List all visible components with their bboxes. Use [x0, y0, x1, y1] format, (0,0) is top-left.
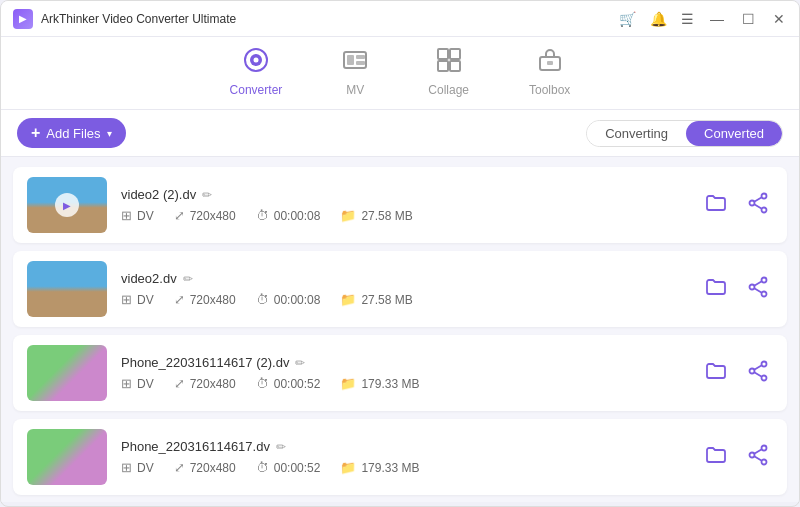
- folder-icon: 📁: [340, 292, 356, 307]
- file-duration: 00:00:08: [274, 209, 321, 223]
- file-name-row: video2.dv ✏: [121, 271, 687, 286]
- file-thumbnail: [27, 261, 107, 317]
- file-actions: [701, 272, 773, 307]
- share-button[interactable]: [743, 440, 773, 475]
- svg-line-17: [754, 204, 762, 209]
- file-meta: ⊞ DV ⤢ 720x480 ⏱ 00:00:08 📁 27.58 MB: [121, 292, 687, 307]
- svg-point-14: [762, 207, 767, 212]
- titlebar-left: ▶ ArkThinker Video Converter Ultimate: [13, 9, 236, 29]
- svg-rect-4: [347, 55, 354, 65]
- play-button[interactable]: ▶: [55, 193, 79, 217]
- folder-icon: 📁: [340, 208, 356, 223]
- open-folder-button[interactable]: [701, 272, 731, 307]
- add-files-label: Add Files: [46, 126, 100, 141]
- tab-toolbox[interactable]: Toolbox: [519, 43, 580, 101]
- svg-point-28: [762, 445, 767, 450]
- file-duration: 00:00:52: [274, 377, 321, 391]
- file-format: DV: [137, 377, 154, 391]
- open-folder-button[interactable]: [701, 188, 731, 223]
- share-button[interactable]: [743, 272, 773, 307]
- duration-meta: ⏱ 00:00:08: [256, 292, 321, 307]
- tab-toolbox-label: Toolbox: [529, 83, 570, 97]
- titlebar: ▶ ArkThinker Video Converter Ultimate 🛒 …: [1, 1, 799, 37]
- edit-icon[interactable]: ✏: [202, 188, 212, 202]
- nav-tabs: Converter MV Collage: [1, 37, 799, 110]
- tab-mv-label: MV: [346, 83, 364, 97]
- cart-icon[interactable]: 🛒: [619, 11, 636, 27]
- open-folder-button[interactable]: [701, 356, 731, 391]
- svg-line-32: [754, 456, 762, 461]
- svg-rect-9: [438, 61, 448, 71]
- file-info: video2.dv ✏ ⊞ DV ⤢ 720x480 ⏱ 00:00:08: [121, 271, 687, 307]
- file-actions: [701, 356, 773, 391]
- svg-point-15: [750, 200, 755, 205]
- collage-icon: [436, 47, 462, 79]
- folder-icon: 📁: [340, 376, 356, 391]
- svg-rect-7: [438, 49, 448, 59]
- svg-rect-5: [356, 55, 365, 59]
- notification-icon[interactable]: 🔔: [650, 11, 667, 27]
- svg-point-24: [762, 375, 767, 380]
- duration-meta: ⏱ 00:00:52: [256, 376, 321, 391]
- file-actions: [701, 188, 773, 223]
- file-info: Phone_220316114617.dv ✏ ⊞ DV ⤢ 720x480 ⏱…: [121, 439, 687, 475]
- resolution-meta: ⤢ 720x480: [174, 460, 236, 475]
- maximize-button[interactable]: ☐: [740, 11, 757, 27]
- file-name: Phone_220316114617.dv: [121, 439, 270, 454]
- tab-mv[interactable]: MV: [332, 43, 378, 101]
- resolution-icon: ⤢: [174, 460, 185, 475]
- folder-icon: 📁: [340, 460, 356, 475]
- resolution-meta: ⤢ 720x480: [174, 292, 236, 307]
- svg-rect-10: [450, 61, 460, 71]
- format-icon: ⊞: [121, 460, 132, 475]
- file-size: 179.33 MB: [361, 461, 419, 475]
- format-icon: ⊞: [121, 376, 132, 391]
- share-button[interactable]: [743, 188, 773, 223]
- svg-point-25: [750, 368, 755, 373]
- file-thumbnail: [27, 345, 107, 401]
- svg-rect-6: [356, 61, 365, 65]
- format-icon: ⊞: [121, 208, 132, 223]
- file-format: DV: [137, 461, 154, 475]
- share-button[interactable]: [743, 356, 773, 391]
- tab-collage[interactable]: Collage: [418, 43, 479, 101]
- edit-icon[interactable]: ✏: [183, 272, 193, 286]
- file-size: 27.58 MB: [361, 293, 412, 307]
- converting-tab[interactable]: Converting: [587, 121, 686, 146]
- svg-rect-12: [547, 61, 553, 65]
- file-resolution: 720x480: [190, 461, 236, 475]
- size-meta: 📁 179.33 MB: [340, 460, 419, 475]
- svg-line-31: [754, 449, 762, 454]
- chevron-down-icon: ▾: [107, 128, 112, 139]
- file-name: video2.dv: [121, 271, 177, 286]
- menu-icon[interactable]: ☰: [681, 11, 694, 27]
- open-folder-button[interactable]: [701, 440, 731, 475]
- file-list: ▶ video2 (2).dv ✏ ⊞ DV ⤢ 720x480: [1, 157, 799, 502]
- file-meta: ⊞ DV ⤢ 720x480 ⏱ 00:00:52 📁 179.33 MB: [121, 376, 687, 391]
- edit-icon[interactable]: ✏: [295, 356, 305, 370]
- add-files-button[interactable]: + Add Files ▾: [17, 118, 126, 148]
- file-duration: 00:00:52: [274, 461, 321, 475]
- converted-tab[interactable]: Converted: [686, 121, 782, 146]
- svg-point-30: [750, 452, 755, 457]
- edit-icon[interactable]: ✏: [276, 440, 286, 454]
- svg-point-20: [750, 284, 755, 289]
- clock-icon: ⏱: [256, 208, 269, 223]
- file-name-row: Phone_220316114617 (2).dv ✏: [121, 355, 687, 370]
- file-size: 179.33 MB: [361, 377, 419, 391]
- converter-icon: [243, 47, 269, 79]
- clock-icon: ⏱: [256, 460, 269, 475]
- svg-point-29: [762, 459, 767, 464]
- svg-point-18: [762, 277, 767, 282]
- minimize-button[interactable]: —: [708, 11, 726, 27]
- svg-line-16: [754, 197, 762, 202]
- format-meta: ⊞ DV: [121, 460, 154, 475]
- status-tab-switcher: Converting Converted: [586, 120, 783, 147]
- resolution-meta: ⤢ 720x480: [174, 376, 236, 391]
- size-meta: 📁 27.58 MB: [340, 292, 412, 307]
- close-button[interactable]: ✕: [771, 11, 787, 27]
- file-name-row: Phone_220316114617.dv ✏: [121, 439, 687, 454]
- tab-converter[interactable]: Converter: [220, 43, 293, 101]
- clock-icon: ⏱: [256, 292, 269, 307]
- format-meta: ⊞ DV: [121, 376, 154, 391]
